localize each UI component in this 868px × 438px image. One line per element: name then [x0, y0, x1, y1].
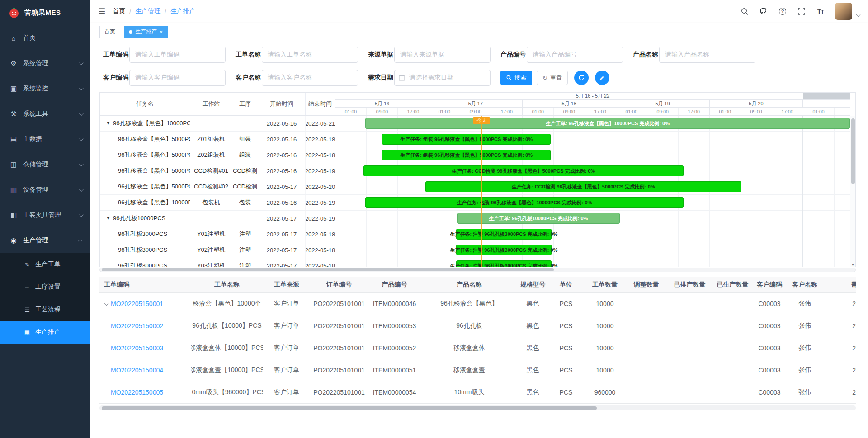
- gantt-row[interactable]: ▼96孔移液盒【黑色】10000PCS2022-05-162022-05-21: [100, 116, 335, 132]
- sidebar-toggle-icon[interactable]: ☰: [99, 7, 105, 16]
- sidebar-item-system-management[interactable]: ⚙系统管理: [0, 51, 90, 76]
- sidebar-item-fixture-management[interactable]: ◧工装夹具管理: [0, 203, 90, 228]
- gantt-task-bar[interactable]: 生产任务: 注塑 96孔孔板3000PCS 完成比例: 0%: [456, 260, 552, 267]
- today-marker-label: 今天: [473, 117, 490, 124]
- gantt-task-bar[interactable]: 生产任务: CCD检测 96孔移液盒【黑色】5000PCS 完成比例: 0%: [363, 165, 684, 176]
- gantt-task-bar[interactable]: 生产任务: 注塑 96孔孔板3000PCS 完成比例: 0%: [456, 245, 552, 255]
- breadcrumb-item[interactable]: 生产管理: [135, 7, 160, 15]
- fullscreen-icon[interactable]: [797, 7, 806, 16]
- sidebar-item-production-workorder[interactable]: ✎生产工单: [0, 253, 90, 276]
- table-row[interactable]: MO202205150001移液盒【黑色】10000个客户订单PO2022051…: [99, 293, 856, 315]
- avatar[interactable]: [835, 3, 852, 20]
- filter-label: 工单编码: [103, 51, 129, 59]
- refresh-button[interactable]: [574, 71, 589, 85]
- text-input[interactable]: 请输入客户编码: [129, 70, 226, 86]
- sidebar-item-system-tools[interactable]: ⚒系统工具: [0, 101, 90, 127]
- workorder-code-link[interactable]: MO202205150004: [111, 367, 163, 374]
- text-input[interactable]: 请输入客户名称: [262, 70, 358, 86]
- task-name-text: 96孔孔板3000PCS: [118, 262, 167, 267]
- gantt-task-bar[interactable]: 生产任务: CCD检测 96孔移液盒【黑色】5000PCS 完成比例: 0%: [425, 181, 741, 192]
- sidebar-item-label: 生产排产: [35, 328, 61, 336]
- gantt-start-time: 2022-05-16: [258, 147, 306, 163]
- gantt-day-label: 5月 19: [616, 100, 710, 107]
- triangle-down-icon[interactable]: ▼: [106, 216, 110, 221]
- gantt-row[interactable]: ▼96孔孔板10000PCS2022-05-172022-05-19: [100, 211, 335, 226]
- reset-button[interactable]: ↻ 重置: [537, 71, 568, 85]
- tabsbar: 首页生产排产×: [90, 23, 868, 41]
- gantt-hscroll-thumb[interactable]: [102, 268, 554, 271]
- gantt-row[interactable]: 96孔移液盒【黑色】5000PCSZ02组装机组装2022-05-162022-…: [100, 147, 335, 163]
- edit-button[interactable]: [595, 71, 609, 85]
- gantt-vscroll-thumb[interactable]: [851, 118, 855, 184]
- table-column-header: 工单来源: [263, 277, 310, 292]
- filter-fields-row1: 工单编码请输入工单编码工单名称请输入工单名称来源单据请输入来源单据产品编号请输入…: [103, 47, 765, 63]
- gantt-column-header: 结束时间: [306, 93, 335, 115]
- table-hscroll-thumb[interactable]: [102, 406, 597, 410]
- gantt-task-bar[interactable]: 生产任务: 组装 96孔移液盒【黑色】5000PCS 完成比例: 0%: [382, 150, 550, 160]
- date-input[interactable]: 请选择需求日期: [394, 70, 491, 86]
- breadcrumb-item[interactable]: 首页: [113, 7, 125, 15]
- sidebar-item-production-management[interactable]: ◉生产管理: [0, 228, 90, 253]
- workorder-code-link[interactable]: MO202205150001: [111, 300, 163, 307]
- sidebar-item-process-settings[interactable]: ≣工序设置: [0, 276, 90, 298]
- triangle-down-icon[interactable]: ▼: [106, 121, 110, 126]
- workorder-code-link[interactable]: MO202205150002: [111, 322, 163, 330]
- sidebar-item-label: 主数据: [23, 135, 42, 143]
- sidebar-item-warehouse-management[interactable]: ◫仓储管理: [0, 152, 90, 177]
- sidebar-submenu: ✎生产工单≣工序设置☰工艺流程▦生产排产: [0, 253, 90, 344]
- tab-首页[interactable]: 首页: [99, 26, 120, 38]
- reset-button-label: 重置: [550, 74, 562, 82]
- app-logo[interactable]: 苦糖果MES: [0, 0, 90, 25]
- gantt-row[interactable]: 96孔孔板3000PCSY01注塑机注塑2022-05-172022-05-18: [100, 226, 335, 242]
- help-icon[interactable]: ?: [778, 7, 787, 16]
- tab-close-icon[interactable]: ×: [160, 29, 163, 35]
- sidebar-item-process-flow[interactable]: ☰工艺流程: [0, 298, 90, 321]
- sidebar-item-home[interactable]: ⌂首页: [0, 25, 90, 51]
- gantt-row[interactable]: 96孔移液盒【黑色】5000PCSCCD检测#01CCD检测2022-05-16…: [100, 163, 335, 179]
- table-row[interactable]: MO202205150003移液盒盒体【10000】PCS客户订单PO20220…: [99, 337, 856, 359]
- gantt-time-label: 01:00: [803, 108, 835, 115]
- gantt-row[interactable]: 96孔孔板3000PCSY03注塑机注塑2022-05-172022-05-18: [100, 258, 335, 267]
- text-input[interactable]: 请输入来源单据: [394, 47, 491, 63]
- gantt-day-label: 5月 18: [523, 100, 616, 107]
- gantt-task-bar[interactable]: 生产任务: 包装 96孔移液盒【黑色】10000PCS 完成比例: 0%: [365, 197, 683, 208]
- gantt-horizontal-scrollbar[interactable]: [99, 268, 856, 272]
- workorder-code-link[interactable]: MO202205150003: [111, 344, 163, 352]
- text-input[interactable]: 请输入工单编码: [129, 47, 226, 63]
- search-button[interactable]: 搜索: [500, 71, 532, 85]
- gantt-process: 注塑: [232, 258, 258, 267]
- search-icon[interactable]: [740, 7, 749, 16]
- github-icon[interactable]: [759, 7, 768, 16]
- table-row[interactable]: MO20220515000296孔孔板【10000】PCS客户订单PO20220…: [99, 315, 856, 337]
- gantt-row[interactable]: 96孔孔板3000PCSY02注塑机注塑2022-05-172022-05-18: [100, 242, 335, 258]
- table-horizontal-scrollbar[interactable]: [99, 405, 856, 410]
- sidebar-item-production-scheduling[interactable]: ▦生产排产: [0, 321, 90, 344]
- sidebar-item-label: 生产管理: [23, 236, 48, 245]
- row-expand-icon[interactable]: [104, 301, 109, 306]
- gantt-task-bar[interactable]: 生产任务: 组装 96孔移液盒【黑色】5000PCS 完成比例: 0%: [382, 134, 550, 145]
- text-input[interactable]: 请输入产品编号: [527, 47, 623, 63]
- font-size-icon[interactable]: TT: [816, 7, 825, 16]
- tab-生产排产[interactable]: 生产排产×: [124, 26, 168, 38]
- gantt-vertical-scrollbar[interactable]: ▼: [850, 116, 855, 267]
- sidebar-item-equipment-management[interactable]: ▥设备管理: [0, 177, 90, 203]
- workorder-code-link[interactable]: MO202205150005: [111, 389, 163, 396]
- gantt-bar-label: 生产工单: 96孔孔板10000PCS 完成比例: 0%: [489, 215, 588, 222]
- gantt-start-time: 2022-05-17: [258, 179, 306, 194]
- gantt-row[interactable]: 96孔移液盒【黑色】5000PCSCCD检测#02CCD检测2022-05-17…: [100, 179, 335, 195]
- sidebar-item-system-monitor[interactable]: ▣系统监控: [0, 76, 90, 101]
- text-input[interactable]: 请输入工单名称: [262, 47, 358, 63]
- table-row[interactable]: MO202205150004移液盒盒盖【10000】PCS客户订单PO20220…: [99, 359, 856, 381]
- scroll-down-arrow-icon[interactable]: ▼: [850, 263, 855, 266]
- text-input[interactable]: 请输入产品名称: [659, 47, 755, 63]
- gantt-workstation: Y02注塑机: [190, 242, 232, 258]
- sidebar-item-master-data[interactable]: ▤主数据: [0, 127, 90, 152]
- gantt-task-bar[interactable]: 生产任务: 注塑 96孔孔板3000PCS 完成比例: 0%: [456, 229, 552, 240]
- gantt-row[interactable]: 96孔移液盒【黑色】10000PCS包装机包装2022-05-162022-05…: [100, 195, 335, 211]
- gantt-workorder-bar[interactable]: 生产工单: 96孔移液盒【黑色】10000PCS 完成比例: 0%: [365, 118, 850, 129]
- gantt-row[interactable]: 96孔移液盒【黑色】5000PCSZ01组装机组装2022-05-162022-…: [100, 132, 335, 147]
- workorder-code-cell: MO202205150005: [99, 381, 191, 403]
- table-cell-produced-qty: [712, 359, 753, 381]
- avatar-dropdown-icon[interactable]: [856, 12, 861, 17]
- table-row[interactable]: MO20220515000510mm吸头【960000】PCS客户订单PO202…: [99, 381, 856, 404]
